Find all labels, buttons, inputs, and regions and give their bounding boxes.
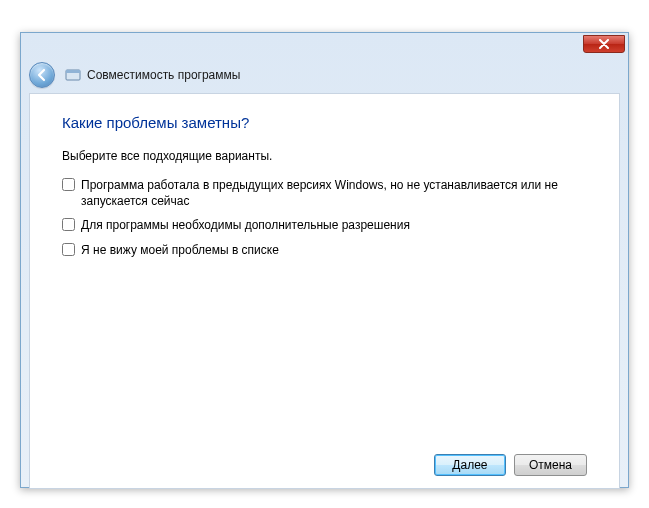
wizard-title: Совместимость программы bbox=[87, 68, 240, 82]
button-row: Далее Отмена bbox=[62, 446, 587, 476]
wizard-header: Совместимость программы bbox=[21, 57, 628, 93]
program-icon bbox=[65, 67, 81, 83]
checkbox-not-in-list[interactable] bbox=[62, 243, 75, 256]
back-arrow-icon bbox=[35, 68, 49, 82]
cancel-button[interactable]: Отмена bbox=[514, 454, 587, 476]
option-label[interactable]: Я не вижу моей проблемы в списке bbox=[81, 242, 279, 258]
svg-rect-1 bbox=[66, 70, 80, 73]
page-heading: Какие проблемы заметны? bbox=[62, 114, 587, 131]
option-not-in-list: Я не вижу моей проблемы в списке bbox=[62, 240, 587, 260]
next-button[interactable]: Далее bbox=[434, 454, 506, 476]
option-additional-permissions: Для программы необходимы дополнительные … bbox=[62, 215, 587, 235]
content-area: Какие проблемы заметны? Выберите все под… bbox=[29, 93, 620, 489]
wizard-window: Совместимость программы Какие проблемы з… bbox=[20, 32, 629, 488]
close-button[interactable] bbox=[583, 35, 625, 53]
titlebar bbox=[21, 33, 628, 57]
back-button[interactable] bbox=[29, 62, 55, 88]
options-list: Программа работала в предыдущих версиях … bbox=[62, 175, 587, 446]
option-previous-windows: Программа работала в предыдущих версиях … bbox=[62, 175, 587, 211]
option-label[interactable]: Для программы необходимы дополнительные … bbox=[81, 217, 410, 233]
checkbox-additional-permissions[interactable] bbox=[62, 218, 75, 231]
close-icon bbox=[599, 39, 609, 49]
option-label[interactable]: Программа работала в предыдущих версиях … bbox=[81, 177, 587, 209]
instruction-text: Выберите все подходящие варианты. bbox=[62, 149, 587, 163]
checkbox-previous-windows[interactable] bbox=[62, 178, 75, 191]
